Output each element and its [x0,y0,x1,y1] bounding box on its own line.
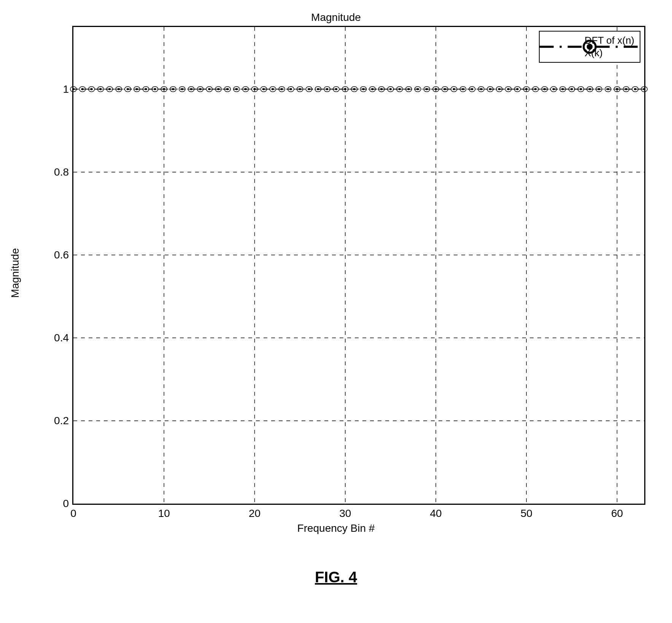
svg-point-61 [498,88,500,90]
svg-point-71 [589,88,591,90]
y-tick-label: 0.2 [54,415,73,427]
svg-point-38 [290,88,292,90]
svg-point-43 [335,88,338,90]
svg-point-68 [561,88,564,90]
x-tick-label: 60 [611,504,623,520]
svg-point-59 [480,88,483,90]
y-tick-label: 1 [63,83,73,95]
svg-point-51 [407,88,410,90]
svg-point-72 [598,88,601,90]
svg-point-18 [108,88,111,90]
plot-wrapper: Magnitude DFT of x(n) [57,26,645,520]
y-tick-label: 0.6 [54,249,73,261]
x-axis-label: Frequency Bin # [0,522,672,534]
svg-point-34 [253,88,256,90]
svg-point-35 [262,88,265,90]
svg-point-62 [507,88,510,90]
svg-point-16 [90,88,93,90]
svg-point-74 [616,88,618,90]
svg-point-15 [81,88,84,90]
svg-point-45 [353,88,356,90]
x-tick-label: 10 [158,504,170,520]
x-tick-label: 40 [430,504,442,520]
svg-point-66 [543,88,546,90]
svg-point-29 [208,88,211,90]
svg-point-52 [416,88,419,90]
plot-svg [73,27,644,504]
svg-point-47 [371,88,374,90]
svg-point-40 [308,88,310,90]
svg-point-73 [607,88,609,90]
svg-point-58 [471,88,473,90]
svg-point-28 [199,88,202,90]
svg-point-75 [625,88,628,90]
chart-title: Magnitude [0,11,672,24]
svg-point-54 [435,88,437,90]
svg-point-31 [226,88,229,90]
legend-entry-xk: X(k) [543,47,634,59]
svg-point-56 [453,88,455,90]
svg-point-36 [272,88,274,90]
legend: DFT of x(n) X(k) [539,31,640,63]
grid [73,27,644,504]
x-tick-label: 0 [70,504,76,520]
svg-point-41 [317,88,319,90]
svg-point-65 [534,88,537,90]
svg-point-50 [398,88,401,90]
legend-swatch-xk [543,49,581,57]
svg-point-77 [643,88,646,90]
svg-point-67 [552,88,555,90]
svg-point-27 [190,88,192,90]
svg-point-30 [217,88,220,90]
svg-point-33 [244,88,247,90]
svg-point-55 [444,88,446,90]
plot-area: DFT of x(n) X(k) 00.20.40.60.81010203040… [72,26,645,505]
y-axis-label: Magnitude [9,248,21,298]
y-tick-label: 0.4 [54,332,73,344]
svg-point-26 [181,88,184,90]
svg-point-23 [154,88,156,90]
svg-point-21 [135,88,138,90]
svg-point-2 [584,41,596,53]
svg-point-46 [362,88,365,90]
svg-point-53 [426,88,428,90]
x-tick-label: 50 [521,504,532,520]
svg-point-76 [634,88,637,90]
svg-point-24 [163,88,165,90]
svg-point-48 [380,88,383,90]
circle-marker-icon [540,32,640,62]
svg-point-32 [235,88,238,90]
svg-point-44 [344,88,346,90]
svg-point-60 [489,88,492,90]
svg-point-49 [389,88,392,90]
figure-caption: FIG. 4 [0,569,672,586]
svg-point-57 [462,88,464,90]
svg-point-25 [172,88,175,90]
svg-point-70 [580,88,582,90]
svg-point-63 [516,88,519,90]
figure-container: Magnitude Magnitude DFT of x(n) [0,0,672,623]
svg-point-69 [570,88,573,90]
svg-point-22 [145,88,147,90]
y-tick-label: 0.8 [54,166,73,178]
svg-point-64 [525,88,528,90]
svg-point-42 [326,88,329,90]
svg-point-39 [299,88,301,90]
svg-point-17 [99,88,102,90]
x-tick-label: 20 [249,504,261,520]
svg-point-20 [127,88,129,90]
svg-point-19 [118,88,120,90]
svg-point-37 [281,88,283,90]
x-tick-label: 30 [339,504,351,520]
